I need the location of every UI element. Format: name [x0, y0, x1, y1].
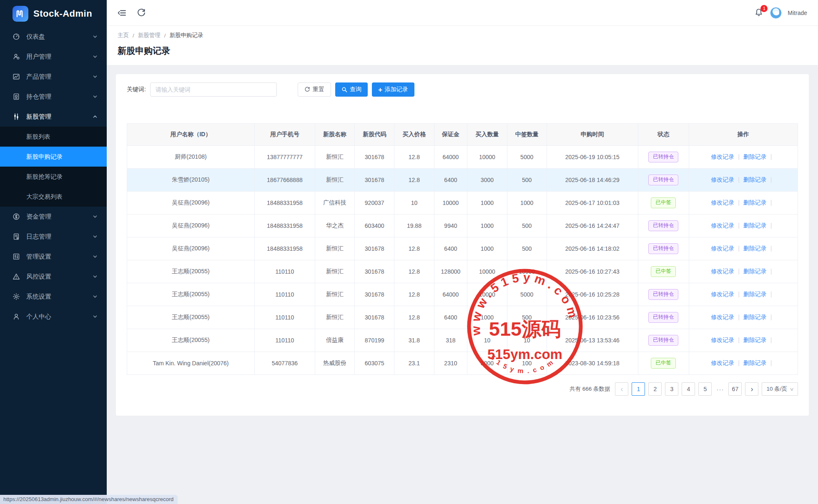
delete-record-link[interactable]: 删除记录	[743, 245, 767, 252]
edit-record-link[interactable]: 修改记录	[711, 222, 734, 229]
reset-button[interactable]: 重置	[298, 82, 331, 97]
delete-record-link[interactable]: 删除记录	[743, 268, 767, 274]
table-cell: 新恒汇	[315, 169, 354, 192]
next-page-button[interactable]: ›	[745, 382, 758, 396]
sidebar-item-3[interactable]: 持仓管理	[0, 87, 107, 107]
delete-record-link[interactable]: 删除记录	[743, 176, 767, 183]
topbar-right: 1 Mitrade	[754, 7, 807, 19]
sidebar-item-2[interactable]: 产品管理	[0, 67, 107, 87]
collapse-sidebar-icon[interactable]	[118, 8, 127, 17]
sidebar-item-label: 新股管理	[26, 113, 93, 121]
table-cell: 54077836	[254, 352, 315, 375]
sidebar-item-1[interactable]: 用户管理	[0, 47, 107, 67]
table-cell: 3000	[467, 352, 507, 375]
products-icon	[13, 73, 20, 80]
table-cell: 华之杰	[315, 215, 354, 237]
sidebar-item-4[interactable]: 新股管理	[0, 107, 107, 127]
sidebar-item-10[interactable]: 个人中心	[0, 307, 107, 327]
sidebar-item-5[interactable]: 资金管理	[0, 207, 107, 227]
breadcrumb-separator: /	[133, 32, 134, 39]
table-cell: 新恒汇	[315, 283, 354, 306]
action-divider: |	[738, 314, 740, 320]
table-cell: 9940	[434, 215, 467, 237]
status-badge: 已中签	[651, 197, 676, 208]
table-row: 吴征燕(20096)18488331958新恒汇30167812.8640010…	[127, 237, 798, 260]
page-button-2[interactable]: 2	[648, 382, 662, 396]
sidebar-nav: 仪表盘用户管理产品管理持仓管理新股管理新股列表新股申购记录新股抢筹记录大宗交易列…	[0, 27, 107, 327]
table-cell: 1000	[467, 215, 507, 237]
actions-cell: 修改记录|删除记录|	[689, 215, 798, 237]
edit-record-link[interactable]: 修改记录	[711, 337, 734, 343]
positions-icon	[13, 93, 20, 100]
table-cell: 吴征燕(20096)	[127, 215, 255, 237]
table-cell: 18677668888	[254, 169, 315, 192]
last-page-button[interactable]: 67	[728, 382, 742, 396]
edit-record-link[interactable]: 修改记录	[711, 245, 734, 252]
delete-record-link[interactable]: 删除记录	[743, 359, 767, 366]
table-cell: 热威股份	[315, 352, 354, 375]
notifications-bell-icon[interactable]: 1	[754, 8, 764, 18]
edit-record-link[interactable]: 修改记录	[711, 176, 734, 183]
filter-row: 关键词: 重置 查询 +	[127, 82, 798, 97]
status-badge: 已转持仓	[648, 312, 678, 323]
sidebar-subitem[interactable]: 新股列表	[0, 127, 107, 147]
add-record-button[interactable]: + 添加记录	[372, 82, 414, 97]
delete-record-link[interactable]: 删除记录	[743, 222, 767, 229]
status-cell: 已中签	[638, 352, 689, 375]
page-title: 新股申购记录	[118, 45, 807, 57]
sidebar-item-8[interactable]: 风控设置	[0, 267, 107, 287]
sidebar-subitem[interactable]: 新股申购记录	[0, 147, 107, 167]
username-label[interactable]: Mitrade	[788, 10, 807, 16]
table-cell: 新恒汇	[315, 237, 354, 260]
logo-row: Stock-Admin	[0, 0, 107, 27]
sidebar-item-label: 资金管理	[26, 213, 93, 221]
keyword-input[interactable]	[150, 82, 277, 97]
breadcrumb-section[interactable]: 新股管理	[138, 32, 161, 39]
page-button-4[interactable]: 4	[682, 382, 695, 396]
delete-record-link[interactable]: 删除记录	[743, 314, 767, 320]
page-button-1[interactable]: 1	[632, 382, 645, 396]
table-cell: 朱雪娇(20105)	[127, 169, 255, 192]
edit-record-link[interactable]: 修改记录	[711, 268, 734, 274]
search-button[interactable]: 查询	[335, 82, 368, 97]
status-cell: 已转持仓	[638, 283, 689, 306]
edit-record-link[interactable]: 修改记录	[711, 359, 734, 366]
prev-page-button[interactable]: ‹	[615, 382, 628, 396]
status-cell: 已转持仓	[638, 215, 689, 237]
page-size-select[interactable]: 10 条/页 ∨	[762, 382, 798, 396]
status-cell: 已转持仓	[638, 146, 689, 169]
delete-record-link[interactable]: 删除记录	[743, 153, 767, 160]
main-area: 1 Mitrade 主页 / 新股管理 / 新股申购记录 新股申购记录 关键词:	[107, 0, 818, 504]
pagination: 共有 666 条数据 ‹ 12345 ··· 67 › 10 条/页 ∨	[127, 382, 798, 396]
sidebar-subitem[interactable]: 新股抢筹记录	[0, 167, 107, 187]
sidebar-subitem[interactable]: 大宗交易列表	[0, 187, 107, 207]
table-cell: 5000	[507, 146, 547, 169]
sidebar-item-6[interactable]: 日志管理	[0, 227, 107, 247]
risk-icon	[13, 273, 20, 280]
edit-record-link[interactable]: 修改记录	[711, 153, 734, 160]
delete-record-link[interactable]: 删除记录	[743, 199, 767, 206]
edit-record-link[interactable]: 修改记录	[711, 291, 734, 297]
page-button-3[interactable]: 3	[665, 382, 678, 396]
table-cell: 2025-06-18 14:46:29	[547, 169, 638, 192]
action-divider: |	[770, 268, 772, 274]
user-avatar[interactable]	[770, 7, 782, 19]
edit-record-link[interactable]: 修改记录	[711, 314, 734, 320]
records-card: 关键词: 重置 查询 +	[116, 74, 809, 416]
app-window: Stock-Admin 仪表盘用户管理产品管理持仓管理新股管理新股列表新股申购记…	[0, 0, 818, 504]
sidebar-item-label: 产品管理	[26, 73, 93, 81]
edit-record-link[interactable]: 修改记录	[711, 199, 734, 206]
refresh-icon[interactable]	[137, 8, 146, 17]
page-button-5[interactable]: 5	[698, 382, 712, 396]
sidebar-item-9[interactable]: 系统设置	[0, 287, 107, 307]
breadcrumb-current: 新股申购记录	[170, 32, 203, 39]
sidebar-item-7[interactable]: 管理设置	[0, 247, 107, 267]
breadcrumb-home[interactable]: 主页	[118, 32, 129, 39]
delete-record-link[interactable]: 删除记录	[743, 337, 767, 343]
sidebar-item-label: 系统设置	[26, 293, 93, 301]
sidebar-item-0[interactable]: 仪表盘	[0, 27, 107, 47]
delete-record-link[interactable]: 删除记录	[743, 291, 767, 297]
table-cell: 13877777777	[254, 146, 315, 169]
sidebar-item-label: 仪表盘	[26, 33, 93, 41]
pagination-ellipsis[interactable]: ···	[715, 386, 725, 393]
